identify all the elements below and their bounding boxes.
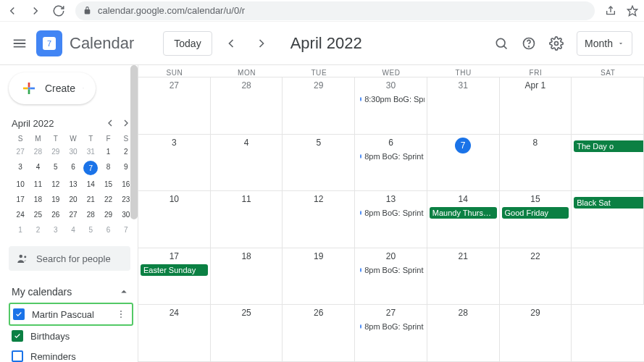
mini-day[interactable]: 6 bbox=[99, 224, 117, 236]
calendar-item[interactable]: Reminders bbox=[9, 346, 138, 362]
grid-cell[interactable]: The Day o bbox=[572, 135, 644, 192]
grid-cell[interactable]: 308:30pm BoG: Sprint M bbox=[355, 77, 427, 135]
scrollbar[interactable] bbox=[130, 65, 138, 219]
calendar-item[interactable]: Birthdays bbox=[9, 326, 138, 346]
grid-cell[interactable]: 28 bbox=[427, 305, 500, 362]
mini-day[interactable]: 28 bbox=[29, 146, 46, 158]
grid-cell[interactable]: 208pm BoG: Sprint Meet bbox=[355, 248, 427, 306]
mini-day[interactable]: 10 bbox=[12, 178, 29, 190]
mini-day[interactable]: 1 bbox=[99, 146, 117, 158]
next-month-button[interactable] bbox=[250, 32, 273, 55]
grid-cell[interactable]: 10 bbox=[138, 191, 211, 248]
grid-cell[interactable]: 29 bbox=[500, 305, 572, 362]
grid-cell[interactable]: 19 bbox=[283, 248, 355, 306]
mini-day[interactable]: 21 bbox=[82, 193, 99, 206]
calendar-event[interactable]: 8:30pm BoG: Sprint M bbox=[357, 93, 425, 105]
mini-day[interactable]: 4 bbox=[64, 224, 82, 236]
mini-day[interactable]: 5 bbox=[82, 224, 99, 236]
grid-cell[interactable]: 8 bbox=[500, 135, 572, 192]
grid-cell[interactable] bbox=[572, 77, 644, 135]
mini-day[interactable]: 29 bbox=[99, 209, 117, 221]
grid-cell[interactable]: Black Sat bbox=[572, 191, 644, 248]
create-button[interactable]: Create bbox=[9, 72, 96, 104]
grid-cell[interactable]: 27 bbox=[138, 77, 211, 135]
calendar-checkbox[interactable] bbox=[13, 308, 25, 320]
mini-day[interactable]: 17 bbox=[12, 193, 29, 206]
grid-cell[interactable]: 29 bbox=[283, 77, 355, 135]
calendar-event[interactable]: The Day o bbox=[574, 140, 644, 152]
mini-day[interactable]: 24 bbox=[12, 209, 29, 221]
mini-day[interactable]: 20 bbox=[64, 193, 82, 206]
prev-month-button[interactable] bbox=[219, 32, 243, 55]
mini-day[interactable]: 27 bbox=[12, 146, 29, 158]
calendar-event[interactable]: Black Sat bbox=[574, 197, 644, 209]
mini-day[interactable]: 5 bbox=[47, 161, 64, 175]
mini-day[interactable]: 6 bbox=[64, 161, 82, 175]
url-bar[interactable]: calendar.google.com/calendar/u/0/r bbox=[75, 1, 595, 20]
mini-day[interactable]: 15 bbox=[99, 178, 117, 190]
mini-day[interactable]: 27 bbox=[64, 209, 82, 221]
grid-cell[interactable]: 11 bbox=[211, 191, 283, 248]
grid-cell[interactable]: 14Maundy Thursday bbox=[427, 191, 500, 248]
calendar-event[interactable]: 8pm BoG: Sprint Meet bbox=[357, 151, 425, 162]
grid-cell[interactable]: 24 bbox=[138, 305, 211, 362]
help-icon[interactable] bbox=[522, 36, 536, 51]
today-button[interactable]: Today bbox=[163, 31, 212, 56]
mini-calendar[interactable]: SMTWTFS272829303112345678910111213141516… bbox=[9, 135, 138, 236]
more-icon[interactable] bbox=[116, 309, 126, 319]
view-selector[interactable]: Month bbox=[577, 31, 632, 56]
grid-cell[interactable]: 25 bbox=[211, 305, 283, 362]
calendar-checkbox[interactable] bbox=[12, 330, 23, 342]
mini-day[interactable]: 1 bbox=[12, 224, 29, 236]
grid-cell[interactable]: Apr 1 bbox=[500, 77, 572, 135]
mini-day[interactable]: 26 bbox=[47, 209, 64, 221]
grid-cell[interactable]: 7 bbox=[427, 135, 500, 192]
mini-day[interactable]: 13 bbox=[64, 178, 82, 190]
star-icon[interactable] bbox=[627, 5, 638, 17]
forward-icon[interactable] bbox=[29, 4, 42, 17]
mini-day[interactable]: 4 bbox=[29, 161, 46, 175]
calendar-event[interactable]: 8pm BoG: Sprint Meet bbox=[357, 264, 425, 276]
grid-cell[interactable] bbox=[572, 248, 644, 306]
mini-day[interactable]: 28 bbox=[82, 209, 99, 221]
mini-day[interactable]: 30 bbox=[64, 146, 82, 158]
settings-icon[interactable] bbox=[549, 36, 564, 51]
mini-day[interactable]: 12 bbox=[47, 178, 64, 190]
back-icon[interactable] bbox=[6, 4, 19, 17]
grid-cell[interactable]: 28 bbox=[211, 77, 283, 135]
mini-day[interactable]: 18 bbox=[29, 193, 46, 206]
grid-cell[interactable]: 278pm BoG: Sprint Meet bbox=[355, 305, 427, 362]
calendar-item-highlighted[interactable]: Martin Pascual bbox=[9, 303, 133, 326]
grid-cell[interactable]: 5 bbox=[283, 135, 355, 192]
calendar-event[interactable]: Maundy Thursday bbox=[430, 207, 497, 219]
grid-cell[interactable]: 17Easter Sunday bbox=[138, 248, 211, 306]
grid-cell[interactable]: 138pm BoG: Sprint Meet bbox=[355, 191, 427, 248]
calendar-event[interactable]: 8pm BoG: Sprint Meet bbox=[357, 207, 425, 219]
mini-day[interactable]: 8 bbox=[99, 161, 117, 175]
search-people-input[interactable]: Search for people bbox=[9, 246, 130, 271]
grid-cell[interactable]: 3 bbox=[138, 135, 211, 192]
grid-cell[interactable]: 21 bbox=[427, 248, 500, 306]
mini-day[interactable]: 29 bbox=[47, 146, 64, 158]
calendar-event[interactable]: 8pm BoG: Sprint Meet bbox=[357, 321, 425, 332]
grid-cell[interactable]: 68pm BoG: Sprint Meet bbox=[355, 135, 427, 192]
mini-prev-icon[interactable] bbox=[104, 117, 116, 129]
grid-cell[interactable]: 18 bbox=[211, 248, 283, 306]
calendar-event[interactable]: Good Friday bbox=[502, 207, 569, 219]
menu-icon[interactable] bbox=[12, 35, 28, 51]
grid-cell[interactable]: 4 bbox=[211, 135, 283, 192]
share-icon[interactable] bbox=[605, 5, 616, 17]
grid-cell[interactable]: 26 bbox=[283, 305, 355, 362]
grid-cell[interactable] bbox=[572, 305, 644, 362]
mini-day[interactable]: 19 bbox=[47, 193, 64, 206]
mini-day[interactable]: 31 bbox=[82, 146, 99, 158]
grid-cell[interactable]: 31 bbox=[427, 77, 500, 135]
mini-day[interactable]: 7 bbox=[82, 161, 99, 175]
calendar-event[interactable]: Easter Sunday bbox=[141, 264, 208, 276]
mini-day[interactable]: 25 bbox=[29, 209, 46, 221]
grid-cell[interactable]: 22 bbox=[500, 248, 572, 306]
mini-day[interactable]: 7 bbox=[117, 224, 135, 236]
mini-day[interactable]: 14 bbox=[82, 178, 99, 190]
search-icon[interactable] bbox=[494, 36, 509, 51]
grid-cell[interactable]: 15Good Friday bbox=[500, 191, 572, 248]
